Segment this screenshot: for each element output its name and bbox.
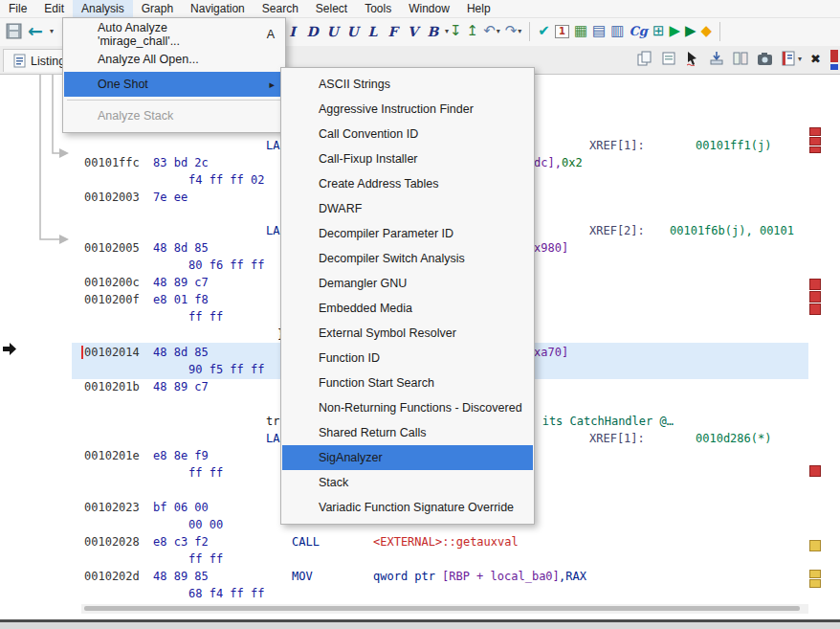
clone-view-icon[interactable] xyxy=(661,51,676,66)
format-letter-v-6[interactable]: V xyxy=(404,24,422,39)
symbol-table-icon[interactable]: ▥ xyxy=(610,24,624,38)
one-shot-item[interactable]: Decompiler Parameter ID xyxy=(282,221,533,246)
menu-help[interactable]: Help xyxy=(458,0,499,17)
one-shot-submenu-items: ASCII StringsAggressive Instruction Find… xyxy=(282,72,533,520)
one-shot-item[interactable]: Demangler GNU xyxy=(282,271,533,296)
one-shot-item[interactable]: DWARF xyxy=(282,196,533,221)
one-shot-item[interactable]: Function Start Search xyxy=(282,371,533,395)
format-dropdown-caret-icon[interactable]: ▾ xyxy=(445,27,449,35)
margin-marker[interactable] xyxy=(809,279,821,290)
one-shot-item[interactable]: Create Address Tables xyxy=(282,171,533,196)
format-letter-u-2[interactable]: U xyxy=(323,24,342,39)
one-shot-item[interactable]: External Symbol Resolver xyxy=(282,321,533,346)
analysis-menu-items: Auto Analyze 'mirage_chall'...AAnalyze A… xyxy=(64,22,284,128)
margin-marker[interactable] xyxy=(809,137,821,146)
one-shot-item[interactable]: Variadic Function Signature Override xyxy=(282,495,533,520)
header-dropdown-caret-icon[interactable]: ▾ xyxy=(798,55,802,63)
one-shot-item[interactable]: ASCII Strings xyxy=(282,72,533,97)
save-icon[interactable] xyxy=(6,23,22,39)
one-shot-item[interactable]: Non-Returning Functions - Discovered xyxy=(282,395,533,420)
margin-marker[interactable] xyxy=(809,291,821,303)
listing-row[interactable]: 00102028e8 c3 f2CALL<EXTERNAL>::getauxva… xyxy=(0,534,840,551)
toolbar-separator xyxy=(529,22,530,41)
menu-tools[interactable]: Tools xyxy=(356,0,400,17)
analysis-menu-item[interactable]: Analyze All Open... xyxy=(64,47,284,72)
listing-header-icons: ▾ ✖ xyxy=(637,51,821,66)
one-shot-item[interactable]: Stack xyxy=(282,470,533,495)
format-letter-b-7[interactable]: B xyxy=(424,24,442,39)
one-shot-item[interactable]: Function ID xyxy=(282,346,533,371)
margin-marker[interactable] xyxy=(809,146,821,153)
horizontal-scrollbar[interactable] xyxy=(81,604,808,614)
listing-row[interactable]: 0010202d48 89 85MOVqword ptr [RBP + loca… xyxy=(0,569,840,586)
one-shot-item[interactable]: Shared Return Calls xyxy=(282,420,533,445)
menu-graph[interactable]: Graph xyxy=(133,0,182,17)
call-graph-icon[interactable]: Cg xyxy=(629,25,647,37)
one-shot-item[interactable]: Decompiler Switch Analysis xyxy=(282,246,533,271)
margin-marker[interactable] xyxy=(809,127,821,136)
data-type-manager-icon[interactable]: ⊞ xyxy=(652,24,665,38)
menu-navigation[interactable]: Navigation xyxy=(182,0,254,17)
dropdown-caret-icon: ▾ xyxy=(497,28,500,35)
toolbar-left-group: ← ▾ xyxy=(6,17,54,45)
undo-icon[interactable]: ↶▾ xyxy=(483,24,500,38)
margin-marker[interactable] xyxy=(809,540,821,551)
margin-marker[interactable] xyxy=(809,570,821,578)
close-icon[interactable]: ✖ xyxy=(810,52,821,66)
menu-analysis[interactable]: Analysis xyxy=(73,0,133,17)
format-letter-f-5[interactable]: F xyxy=(384,24,402,39)
validate-icon[interactable]: ✔ xyxy=(538,24,550,38)
register-manager-icon[interactable]: ▤ xyxy=(592,24,606,38)
format-letter-d-1[interactable]: D xyxy=(303,24,321,39)
redo-icon[interactable]: ↷▾ xyxy=(505,24,522,38)
margin-marker[interactable] xyxy=(809,579,821,588)
copy-view-icon[interactable] xyxy=(637,51,652,66)
cursor-tracking-icon[interactable] xyxy=(685,51,700,66)
rerun-script-icon[interactable]: ▶ xyxy=(685,24,696,38)
menu-select[interactable]: Select xyxy=(307,0,356,17)
byte-viewer-icon[interactable]: 1 xyxy=(555,25,569,38)
diff-view-icon[interactable] xyxy=(733,51,748,66)
snapshot-camera-icon[interactable] xyxy=(757,52,773,66)
format-letter-buttons: IDUULFVB▾ xyxy=(283,17,449,45)
one-shot-item[interactable]: Embedded Media xyxy=(282,296,533,321)
window-bottom-frame xyxy=(0,622,840,629)
listing-cursor-caret xyxy=(81,346,83,359)
analysis-menu: Auto Analyze 'mirage_chall'...AAnalyze A… xyxy=(62,17,286,133)
menu-search[interactable]: Search xyxy=(254,0,307,17)
toolbar-separator xyxy=(719,22,720,41)
push-references-icon[interactable]: ↥ xyxy=(467,24,479,38)
back-dropdown-caret-icon[interactable]: ▾ xyxy=(50,27,54,35)
analysis-menu-item[interactable]: Analyze Stack xyxy=(64,103,284,128)
listing-tab-label: Listing xyxy=(31,55,65,68)
listing-row[interactable]: ff ff xyxy=(0,551,840,569)
menu-bar: FileEditAnalysisGraphNavigationSearchSel… xyxy=(0,0,840,18)
menu-file[interactable]: File xyxy=(0,0,35,17)
pull-references-icon[interactable]: ↧ xyxy=(450,24,462,38)
pull-down-view-icon[interactable] xyxy=(709,51,724,66)
format-letter-l-4[interactable]: L xyxy=(364,24,382,39)
one-shot-item[interactable]: Aggressive Instruction Finder xyxy=(282,97,533,122)
legend-blue-mark xyxy=(830,64,838,70)
menu-window[interactable]: Window xyxy=(400,0,458,17)
dropdown-caret-icon: ▾ xyxy=(518,28,521,35)
margin-marker[interactable] xyxy=(809,303,821,315)
margin-marker[interactable] xyxy=(809,465,821,477)
one-shot-item[interactable]: Call Convention ID xyxy=(282,122,533,146)
one-shot-item[interactable]: Call-Fixup Installer xyxy=(282,146,533,171)
one-shot-item[interactable]: SigAnalyzer xyxy=(282,445,533,470)
current-line-arrow-icon xyxy=(2,342,18,357)
analysis-menu-item[interactable]: Auto Analyze 'mirage_chall'...A xyxy=(64,22,284,47)
horizontal-scrollbar-thumb[interactable] xyxy=(84,606,800,611)
analysis-menu-item[interactable]: One Shot▸ xyxy=(64,72,284,97)
run-script-icon[interactable]: ▶ xyxy=(669,24,680,38)
toolbar-right-icons: ↧↥↶▾↷▾✔1▦▤▥Cg⊞▶▶◆ xyxy=(450,17,723,45)
header-book-icon[interactable]: ▾ xyxy=(782,51,802,66)
bookmark-icon[interactable]: ◆ xyxy=(701,24,713,38)
overview-legend xyxy=(830,50,838,70)
listing-row[interactable]: 68 f4 ff ff xyxy=(0,586,840,603)
format-letter-u-3[interactable]: U xyxy=(343,24,362,39)
back-arrow-icon[interactable]: ← xyxy=(28,22,43,40)
menu-edit[interactable]: Edit xyxy=(35,0,73,17)
memory-map-icon[interactable]: ▦ xyxy=(574,24,587,38)
